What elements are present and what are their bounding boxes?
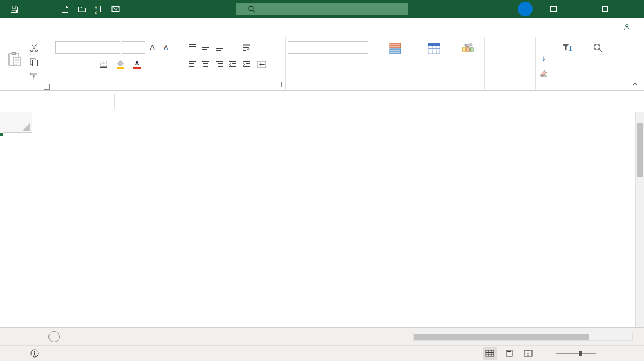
sort-filter-button[interactable] [552,41,582,87]
format-cells-button[interactable] [486,68,533,81]
increase-font-size-button[interactable]: A [146,41,159,54]
scroll-down-icon[interactable] [636,318,644,327]
orientation-button[interactable] [226,41,239,54]
scroll-right-icon[interactable] [633,328,644,345]
align-middle-button[interactable] [199,41,212,54]
increase-decimal-button[interactable] [324,58,336,70]
align-left-button[interactable] [186,58,198,70]
email-button[interactable] [107,1,124,17]
font-size-select[interactable] [122,41,145,54]
title-bar: AZ [0,0,644,18]
clipboard-group [0,37,53,90]
save-button[interactable] [6,1,23,17]
select-all-corner[interactable] [0,112,32,133]
align-right-button[interactable] [213,58,225,70]
page-layout-view-button[interactable] [502,347,516,360]
align-top-button[interactable] [186,41,198,54]
new-workbook-button[interactable] [56,1,73,17]
name-box[interactable] [1,94,59,109]
vertical-scrollbar[interactable] [635,112,644,327]
clear-button[interactable] [538,66,550,79]
font-color-button[interactable]: A [129,58,145,70]
merge-center-button[interactable] [253,58,270,70]
alignment-dialog-launcher[interactable] [277,82,282,87]
collapse-ribbon-button[interactable] [632,82,638,87]
fill-button[interactable] [538,54,550,66]
underline-button[interactable] [82,58,95,70]
zoom-slider-thumb[interactable] [579,351,582,356]
align-center-button[interactable] [199,58,212,70]
scroll-up-icon[interactable] [636,112,644,122]
enter-button[interactable] [84,94,99,109]
fill-down-icon [539,56,547,64]
decrease-decimal-button[interactable] [337,58,350,70]
copy-icon [30,58,38,66]
font-name-select[interactable] [55,41,120,54]
customize-toolbar-button[interactable] [124,1,136,17]
fill-color-button[interactable] [113,58,128,70]
accessibility-status[interactable] [25,346,48,361]
ribbon-display-options-button[interactable] [540,0,566,18]
minimize-button[interactable] [566,0,592,18]
horizontal-scrollbar[interactable] [402,328,644,345]
insert-function-button[interactable] [99,94,114,109]
share-button[interactable] [623,18,635,37]
copy-button[interactable] [28,56,40,68]
search-box[interactable] [236,3,408,15]
borders-icon [99,60,108,69]
horizontal-scroll-thumb[interactable] [414,334,589,340]
new-sheet-button[interactable] [48,331,60,342]
sort-button[interactable]: AZ [90,1,107,17]
autosum-button[interactable] [538,41,550,53]
number-dialog-launcher[interactable] [365,82,370,87]
undo-button[interactable] [23,1,39,17]
scroll-left-icon[interactable] [402,328,413,345]
increase-indent-button[interactable] [240,58,252,70]
maximize-button[interactable] [592,0,618,18]
ribbon-display-options-icon [549,5,557,13]
conditional-formatting-button[interactable] [376,41,415,87]
workbook-statistics-button[interactable] [14,346,25,361]
format-painter-icon [30,72,38,81]
next-sheet-button[interactable] [15,328,29,345]
percent-style-button[interactable] [301,58,314,70]
cancel-button[interactable] [69,94,84,109]
title-bar-right [511,0,644,18]
wrap-text-button[interactable] [240,41,252,54]
previous-sheet-button[interactable] [0,328,15,345]
cut-button[interactable] [28,42,40,54]
accounting-format-button[interactable] [288,58,300,70]
page-break-view-button[interactable] [521,347,535,360]
avatar[interactable] [518,2,533,16]
zoom-slider[interactable] [556,353,596,354]
fill-handle[interactable] [0,132,3,136]
share-icon [623,23,631,32]
font-dialog-launcher[interactable] [175,82,180,87]
delete-cells-button[interactable] [486,54,533,67]
open-button[interactable] [73,1,90,17]
format-painter-button[interactable] [28,70,40,82]
italic-button[interactable] [69,58,81,70]
format-as-table-button[interactable] [417,41,451,87]
number-format-select[interactable] [288,41,368,54]
vertical-scroll-thumb[interactable] [637,123,643,177]
normal-view-icon [485,350,494,357]
cell-styles-button[interactable] [454,41,482,87]
find-select-button[interactable] [584,41,612,87]
new-document-icon [61,5,69,14]
insert-cells-button[interactable] [486,41,533,54]
bold-button[interactable] [55,58,68,70]
comma-style-button[interactable] [315,58,323,70]
status-mode [0,346,14,361]
normal-view-button[interactable] [483,347,497,360]
decrease-indent-button[interactable] [226,58,239,70]
borders-button[interactable] [96,58,111,70]
align-bottom-button[interactable] [213,41,225,54]
redo-button[interactable] [39,1,56,17]
paste-button[interactable] [2,41,28,81]
decrease-font-size-button[interactable]: A [160,41,172,54]
clipboard-dialog-launcher[interactable] [44,84,50,90]
chevron-up-icon [632,82,638,87]
close-button[interactable] [618,0,644,18]
spreadsheet-grid [0,112,644,327]
